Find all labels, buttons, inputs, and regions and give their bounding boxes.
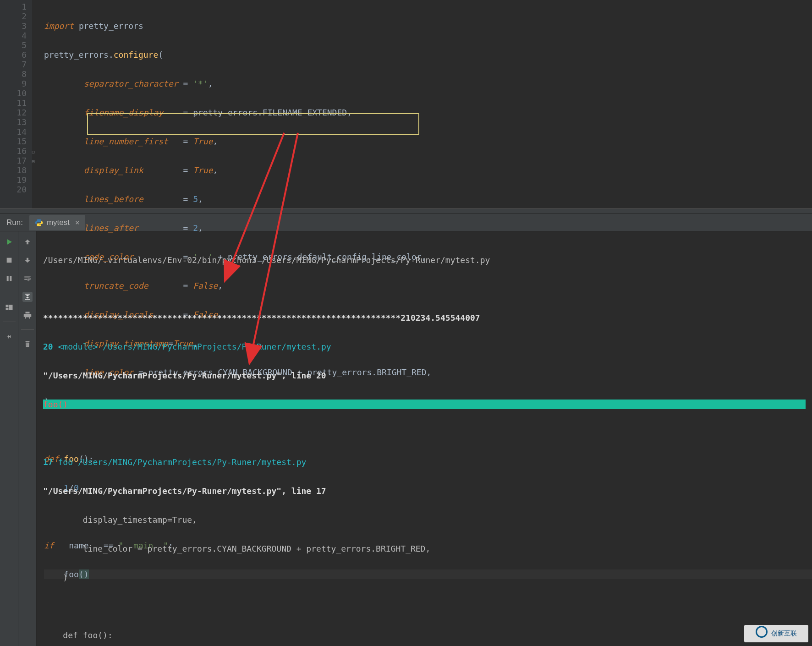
rerun-button[interactable] [4,237,14,247]
python-icon [35,219,43,227]
svg-rect-4 [5,308,8,310]
line-number-gutter: 1 2 3 4 5 6 7 8 9 10 11 12 13 14 15 16⊟ … [0,0,32,208]
wrap-text-button[interactable] [22,274,33,284]
line-number: 17⊟ [0,156,27,165]
line-number: 13 [0,117,27,127]
console-blank [43,602,806,611]
svg-rect-2 [10,276,11,281]
run-toolbar-secondary [18,231,37,646]
line-number: 20 [0,185,27,194]
line-number: 2 [0,11,27,21]
up-stack-button[interactable] [22,237,33,247]
console-line: /Users/MING/.virtualenvs/Env-02/bin/pyth… [43,255,806,265]
line-number: 3 [0,21,27,31]
console-line: ****************************************… [43,313,806,323]
layout-button[interactable] [4,302,14,312]
code-editor[interactable]: 1 2 3 4 5 6 7 8 9 10 11 12 13 14 15 16⊟ … [0,0,812,208]
down-stack-button[interactable] [22,255,33,265]
console-line: 17 foo /Users/MING/PycharmProjects/Py-Ru… [43,457,806,467]
keyword-import: import [44,21,74,31]
console-line: 20 <module> /Users/MING/PycharmProjects/… [43,342,806,351]
svg-rect-1 [6,276,8,281]
console-line: ) [43,573,806,582]
console-line: display_timestamp=True, [43,515,806,525]
toolbar-separator [21,329,34,330]
toolbar-separator [3,322,16,322]
console-line: "/Users/MING/PycharmProjects/Py-Runer/my… [43,486,806,496]
line-number: 16⊟ [0,146,27,156]
line-number: 9 [0,79,27,88]
pin-button[interactable] [4,331,14,341]
line-number: 7 [0,60,27,69]
scroll-to-end-button[interactable] [22,292,33,302]
console-line: line_color = pretty_errors.CYAN_BACKGROU… [43,544,806,553]
line-number: 18 [0,165,27,175]
line-number: 4 [0,31,27,40]
line-number: ▶19 [0,175,27,185]
line-number: 5 [0,40,27,50]
svg-rect-3 [5,305,8,307]
line-number: 10 [0,88,27,98]
line-number: 6 [0,50,27,60]
console-blank [43,428,806,438]
console-highlighted-line: foo() [43,400,806,409]
svg-rect-5 [9,305,13,310]
code-content[interactable]: import pretty_errors pretty_errors.confi… [32,0,812,208]
stop-button[interactable] [4,255,14,265]
line-number: 1 [0,2,27,11]
line-number: 12 [0,108,27,117]
print-button[interactable] [22,310,33,320]
svg-rect-0 [6,258,11,263]
console-line: "/Users/MING/PycharmProjects/Py-Runer/my… [43,371,806,380]
run-tool-window-label: Run: [6,218,23,227]
line-number: 15 [0,137,27,146]
toolbar-separator [3,293,16,293]
line-number: 11 [0,98,27,108]
line-number: 8 [0,69,27,79]
run-panel-body: /Users/MING/.virtualenvs/Env-02/bin/pyth… [0,231,812,646]
pause-button[interactable] [4,274,14,284]
line-number: 14 [0,127,27,137]
console-output[interactable]: /Users/MING/.virtualenvs/Env-02/bin/pyth… [37,231,812,646]
console-blank [43,284,806,294]
trash-button[interactable] [22,339,33,349]
run-toolbar-primary [0,231,18,646]
console-line: def foo(): [43,630,806,640]
